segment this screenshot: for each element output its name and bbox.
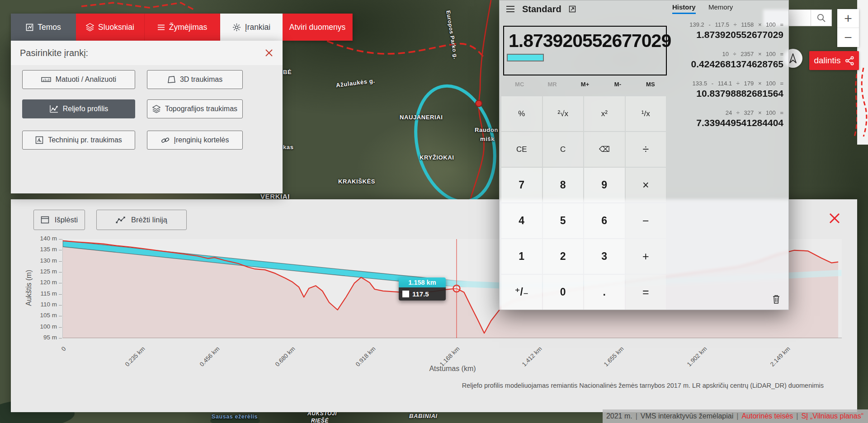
tab-temos[interactable]: Temos (11, 14, 76, 41)
map-label-kryziokai: KRYŽIOKAI (420, 154, 454, 161)
calc-key[interactable]: ²√x (543, 96, 584, 131)
y-tick-mark (59, 261, 62, 262)
memory-key[interactable]: M+ (569, 81, 601, 88)
tab-memory[interactable]: Memory (708, 3, 733, 11)
hamburger-menu-icon[interactable] (506, 5, 515, 13)
x-tick-label: 1.412 km (513, 345, 543, 376)
gear-icon (232, 23, 241, 32)
x-axis-title: Atstumas (km) (407, 365, 498, 373)
calc-key[interactable]: ⁺/₋ (501, 275, 542, 310)
tool-button-3d[interactable]: 3D traukimas (147, 70, 243, 89)
tab-irankiai[interactable]: Įrankiai (220, 14, 283, 41)
search-button[interactable] (811, 9, 832, 26)
calc-key[interactable]: 1 (501, 239, 542, 274)
history-entry[interactable]: 10 ÷ 2357 × 100 = 0.4242681374628765 (671, 51, 783, 70)
draw-line-label: Brėžti liniją (131, 216, 167, 224)
tab-history[interactable]: History (672, 3, 696, 11)
tool-button-reljefo-profilis[interactable]: Reljefo profilis (22, 99, 135, 118)
calc-key[interactable]: 2 (543, 239, 584, 274)
chart-close-button[interactable] (827, 211, 842, 226)
calc-key[interactable]: × (626, 168, 666, 202)
tool-panel-close-button[interactable] (264, 48, 274, 57)
calc-key[interactable]: C (543, 132, 584, 167)
y-tick-label: 100 m (29, 323, 57, 330)
tool-button-reljefo-profilis-label: Reljefo profilis (63, 105, 108, 113)
copyright-link[interactable]: Autorinės teisės (741, 412, 793, 420)
y-gridline (62, 338, 842, 338)
map-label-sausas: Sausas ežerėlis (212, 414, 258, 420)
history-panel: History Memory 139.2 - 117.5 ÷ 1158 × 10… (671, 0, 786, 310)
tool-button-techniniu[interactable]: Techninių pr. traukimas (22, 131, 135, 150)
share-icon (845, 56, 854, 66)
calc-key[interactable]: CE (501, 132, 542, 167)
ruler-icon (41, 77, 51, 82)
separator: | (736, 412, 738, 420)
tool-panel-title: Pasirinkite įrankį: (20, 48, 88, 58)
tool-button-matuoti[interactable]: Matuoti / Analizuoti (22, 70, 135, 89)
calc-key[interactable]: ¹/x (626, 96, 666, 131)
boundary-dash-top (81, 3, 194, 10)
y-tick-label: 95 m (29, 334, 57, 341)
tab-sluoksniai[interactable]: Sluoksniai (76, 14, 145, 41)
tooltip-series-swatch (402, 291, 409, 297)
calc-key[interactable]: ⌫ (584, 132, 625, 167)
memory-key[interactable]: MS (634, 81, 667, 88)
tool-button-topografijos[interactable]: Topografijos traukimas (147, 99, 243, 118)
calc-key[interactable]: 0 (543, 275, 584, 310)
calc-key[interactable]: 3 (584, 239, 625, 274)
y-tick-label: 110 m (29, 301, 57, 308)
draw-line-button[interactable]: Brėžti liniją (96, 210, 187, 230)
map-point-marker[interactable] (476, 100, 482, 107)
memory-key[interactable]: M- (601, 81, 634, 88)
calc-key[interactable]: 6 (584, 203, 625, 238)
calc-key[interactable]: = (626, 275, 666, 310)
x-tick-label: 0.680 km (266, 345, 296, 376)
tab-atviri-duomenys[interactable]: Atviri duomenys (283, 14, 353, 41)
calc-key[interactable]: 5 (543, 203, 584, 238)
history-list: 139.2 - 117.5 ÷ 1158 × 100 = 1.873920552… (671, 21, 783, 139)
calc-key[interactable]: − (626, 203, 666, 238)
calc-key[interactable]: x² (584, 96, 625, 131)
y-tick-mark (59, 239, 62, 240)
history-entry[interactable]: 133.5 - 114.1 ÷ 179 × 100 = 10.837988826… (671, 80, 783, 99)
calculator-keypad: %²√xx²¹/xCEC⌫÷789×456−123+⁺/₋0.= (501, 96, 666, 310)
calc-key[interactable]: ÷ (626, 132, 666, 167)
y-tick-mark (59, 294, 62, 295)
y-tick-label: 125 m (29, 268, 57, 275)
tool-button-irenginiu[interactable]: Įrenginių kortelės (147, 131, 243, 150)
history-entry[interactable]: 139.2 - 117.5 ÷ 1158 × 100 = 1.873920552… (671, 21, 783, 40)
tool-button-techniniu-label: Techninių pr. traukimas (48, 136, 122, 144)
tab-memory-label: Memory (708, 3, 733, 11)
x-tick-label: 0.456 km (190, 345, 221, 376)
share-button-label: dalintis (814, 56, 840, 66)
memory-key[interactable]: MR (536, 81, 568, 88)
zoom-out-button[interactable]: − (837, 28, 859, 47)
calc-key[interactable]: + (626, 239, 666, 274)
calc-key[interactable]: 4 (501, 203, 542, 238)
chart-tooltip: 1.158 km 117.5 (399, 277, 446, 301)
calc-key[interactable]: . (584, 275, 625, 310)
publisher-link[interactable]: SĮ „Vilniaus planas“ (801, 412, 863, 420)
y-tick-label: 135 m (29, 246, 57, 253)
share-button[interactable]: dalintis (809, 51, 859, 70)
expand-chart-label: Išplėsti (55, 216, 78, 224)
tool-button-irenginiu-label: Įrenginių kortelės (174, 136, 229, 144)
profile-chart-icon (49, 105, 58, 113)
calc-key[interactable]: 7 (501, 168, 542, 202)
map-label-partial-be: BĖ (283, 69, 292, 75)
calculator-window[interactable]: Standard 1.873920552677029 MCMRM+M-MS %²… (499, 0, 789, 310)
y-tick-mark (59, 316, 62, 316)
y-tick-mark (59, 283, 62, 283)
clear-history-button[interactable] (772, 294, 781, 304)
calc-key[interactable]: % (501, 96, 542, 131)
map-label-babiniai: BABINIAI (409, 413, 438, 419)
list-icon (157, 24, 165, 31)
zoom-in-button[interactable]: + (837, 9, 859, 28)
memory-key[interactable]: MC (503, 81, 536, 88)
calc-key[interactable]: 9 (584, 168, 625, 202)
history-entry[interactable]: 24 ÷ 327 × 100 = 7.339449541284404 (671, 109, 783, 128)
expand-chart-button[interactable]: Išplėsti (33, 210, 85, 230)
keep-on-top-icon[interactable] (569, 5, 576, 13)
calc-key[interactable]: 8 (543, 168, 584, 202)
tab-zymejimas[interactable]: Žymėjimas (145, 14, 220, 41)
